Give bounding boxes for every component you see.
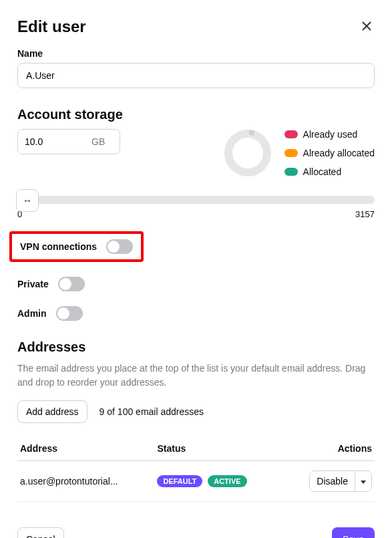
close-icon xyxy=(361,21,372,31)
vpn-label: VPN connections xyxy=(20,241,97,252)
col-address: Address xyxy=(17,436,154,461)
col-status: Status xyxy=(154,436,284,461)
storage-slider[interactable]: ↔ 0 3157 xyxy=(17,196,375,219)
action-dropdown[interactable] xyxy=(355,472,371,491)
address-cell: a.user@protontutorial... xyxy=(17,461,154,502)
vpn-toggle[interactable] xyxy=(106,239,133,254)
cancel-button[interactable]: Cancel xyxy=(17,527,64,538)
default-badge: DEFAULT xyxy=(157,475,202,487)
storage-legend: Already used Already allocated Allocated xyxy=(284,129,375,177)
resize-icon: ↔ xyxy=(23,195,32,206)
status-cell: DEFAULT ACTIVE xyxy=(154,461,284,502)
slider-max: 3157 xyxy=(355,209,375,219)
page-title: Edit user xyxy=(17,17,86,36)
slider-track xyxy=(17,196,375,204)
addresses-title: Addresses xyxy=(17,340,375,355)
addresses-description: The email address you place at the top o… xyxy=(17,362,375,390)
caret-down-icon xyxy=(361,481,366,485)
storage-input-wrap: GB xyxy=(17,129,120,154)
admin-label: Admin xyxy=(17,308,47,319)
add-address-button[interactable]: Add address xyxy=(17,400,87,423)
storage-title: Account storage xyxy=(17,107,375,122)
slider-thumb[interactable]: ↔ xyxy=(16,189,39,212)
storage-donut-chart xyxy=(224,130,271,176)
close-button[interactable] xyxy=(359,18,375,36)
legend-dot-allocated xyxy=(284,168,298,176)
legend-dot-used xyxy=(284,130,298,138)
private-label: Private xyxy=(17,279,49,289)
legend-dot-allocated-already xyxy=(284,149,298,157)
table-row: a.user@protontutorial... DEFAULT ACTIVE … xyxy=(17,461,375,502)
name-label: Name xyxy=(17,48,375,59)
private-toggle[interactable] xyxy=(58,277,85,291)
legend-label-allocated: Allocated xyxy=(303,166,342,177)
legend-label-used: Already used xyxy=(303,129,358,140)
admin-toggle[interactable] xyxy=(56,306,83,321)
row-action: Disable xyxy=(309,470,372,492)
storage-unit: GB xyxy=(85,130,112,154)
vpn-highlight: VPN connections xyxy=(9,231,144,262)
storage-input[interactable] xyxy=(18,130,85,154)
legend-label-allocated-already: Already allocated xyxy=(303,148,375,158)
addresses-table: Address Status Actions a.user@protontuto… xyxy=(17,436,375,502)
active-badge: ACTIVE xyxy=(208,475,246,487)
address-count: 9 of 100 email addresses xyxy=(100,406,204,417)
name-input[interactable] xyxy=(17,63,375,88)
col-actions: Actions xyxy=(284,436,375,461)
disable-button[interactable]: Disable xyxy=(310,471,355,491)
save-button[interactable]: Save xyxy=(332,527,375,538)
